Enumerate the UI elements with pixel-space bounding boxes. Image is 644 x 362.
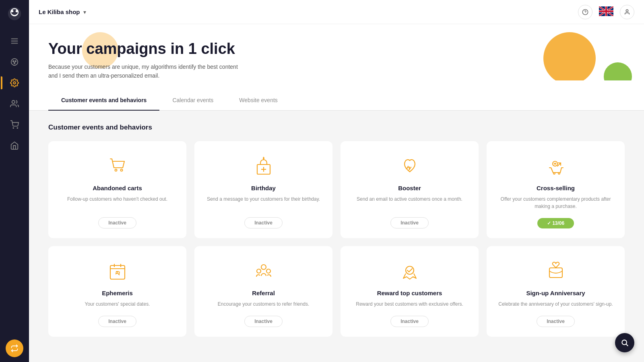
- birthday-title: Birthday: [251, 185, 276, 191]
- reward-top-customers-icon: [399, 259, 420, 283]
- cross-selling-desc: Offer your customers complementary produ…: [495, 195, 617, 210]
- card-birthday[interactable]: Birthday Send a message to your customer…: [194, 141, 332, 238]
- sidebar-bottom: [6, 339, 23, 357]
- referral-title: Referral: [252, 290, 275, 296]
- svg-point-24: [553, 173, 555, 174]
- help-button[interactable]: [578, 5, 592, 19]
- section-title: Customer events and behaviors: [48, 123, 625, 132]
- svg-point-18: [626, 10, 628, 12]
- card-booster[interactable]: Booster Send an email to active customer…: [341, 141, 479, 238]
- hero-subtitle: Because your customers are unique, my al…: [48, 62, 242, 80]
- svg-point-35: [266, 269, 270, 273]
- main-content: Le Kiliba shop ▾: [29, 0, 644, 362]
- booster-desc: Send an email to active customers once a…: [357, 195, 462, 209]
- card-reward-top-customers[interactable]: Reward top customers Reward your best cu…: [341, 246, 479, 337]
- signup-anniversary-icon: [545, 259, 566, 283]
- card-ephemeris[interactable]: Ephemeris Your customers' special dates.…: [48, 246, 186, 337]
- list-icon: [10, 37, 19, 45]
- svg-point-34: [257, 269, 261, 273]
- birthday-desc: Send a message to your customers for the…: [207, 195, 320, 209]
- hero-title-highlight: campaigns: [86, 40, 166, 58]
- cards-row-1: Abandoned carts Follow-up customers who …: [48, 141, 625, 238]
- navbar: Le Kiliba shop ▾: [29, 0, 644, 24]
- card-cross-selling[interactable]: Cross-selling Offer your customers compl…: [487, 141, 625, 238]
- svg-point-25: [558, 173, 560, 174]
- sidebar-item-palette[interactable]: [6, 53, 23, 71]
- sidebar-item-team[interactable]: [6, 95, 23, 113]
- svg-point-12: [12, 101, 15, 103]
- search-fab-button[interactable]: [615, 333, 634, 352]
- app-logo[interactable]: [6, 5, 23, 23]
- cards-row-2: Ephemeris Your customers' special dates.…: [48, 246, 625, 337]
- signup-anniversary-title: Sign-up Anniversary: [526, 290, 585, 296]
- svg-point-14: [17, 128, 18, 128]
- svg-point-33: [261, 265, 266, 269]
- cart-icon: [10, 120, 19, 129]
- hero-section: Your campaigns in 1 click Because your c…: [29, 24, 644, 80]
- svg-point-38: [622, 340, 627, 345]
- hero-title: Your campaigns in 1 click: [48, 40, 625, 58]
- shop-name: Le Kiliba shop: [39, 8, 80, 15]
- card-signup-anniversary[interactable]: Sign-up Anniversary Celebrate the annive…: [487, 246, 625, 337]
- abandoned-carts-desc: Follow-up customers who haven't checked …: [67, 195, 167, 209]
- svg-line-39: [626, 344, 628, 346]
- signup-anniversary-desc: Celebrate the anniversary of your custom…: [498, 300, 613, 308]
- booster-status[interactable]: Inactive: [390, 217, 429, 228]
- sidebar-item-list[interactable]: [6, 32, 23, 50]
- hero-title-end: in 1 click: [166, 40, 235, 57]
- tab-calendar-events[interactable]: Calendar events: [159, 90, 226, 111]
- cross-selling-icon: [545, 154, 566, 178]
- gear-icon: [10, 78, 19, 87]
- ephemeris-desc: Your customers' special dates.: [85, 300, 150, 308]
- card-referral[interactable]: Referral Encourage your customers to ref…: [194, 246, 332, 337]
- reward-top-customers-desc: Reward your best customers with exclusiv…: [356, 300, 463, 308]
- ephemeris-title: Ephemeris: [102, 290, 133, 296]
- cross-selling-title: Cross-selling: [537, 185, 575, 191]
- reward-top-customers-status[interactable]: Inactive: [390, 316, 429, 327]
- abandoned-carts-status[interactable]: Inactive: [98, 217, 136, 228]
- deco-green-circle: [604, 62, 632, 80]
- svg-point-2: [11, 10, 13, 12]
- tab-website-events[interactable]: Website events: [226, 90, 290, 111]
- palette-icon: [10, 58, 19, 66]
- content-area: Customer events and behaviors Abandoned …: [29, 111, 644, 362]
- svg-point-13: [13, 128, 14, 128]
- user-profile-button[interactable]: [620, 5, 634, 19]
- signup-anniversary-status[interactable]: Inactive: [537, 316, 575, 327]
- chat-button[interactable]: [6, 339, 23, 357]
- language-flag[interactable]: [599, 6, 613, 18]
- navbar-left: Le Kiliba shop ▾: [39, 8, 86, 15]
- sidebar: [0, 0, 29, 362]
- abandoned-carts-icon: [107, 154, 128, 178]
- abandoned-carts-title: Abandoned carts: [93, 185, 142, 191]
- svg-point-11: [13, 82, 16, 84]
- ephemeris-icon: [107, 259, 128, 283]
- hero-title-start: Your: [48, 40, 86, 57]
- tab-customer-events[interactable]: Customer events and behaviors: [48, 90, 159, 111]
- referral-status[interactable]: Inactive: [244, 316, 283, 327]
- shop-chevron[interactable]: ▾: [83, 9, 86, 15]
- booster-icon: [399, 154, 420, 178]
- sidebar-item-cart[interactable]: [6, 116, 23, 134]
- svg-point-0: [8, 7, 21, 20]
- svg-point-10: [14, 62, 15, 64]
- svg-point-7: [11, 59, 18, 66]
- svg-point-20: [120, 169, 122, 171]
- svg-point-3: [16, 10, 18, 12]
- svg-point-8: [13, 61, 14, 62]
- birthday-status[interactable]: Inactive: [244, 217, 283, 228]
- navbar-right: [578, 5, 634, 19]
- sidebar-item-settings[interactable]: [6, 74, 23, 92]
- team-icon: [10, 99, 19, 108]
- card-abandoned-carts[interactable]: Abandoned carts Follow-up customers who …: [48, 141, 186, 238]
- cross-selling-status[interactable]: ✓ 13/06: [537, 218, 574, 228]
- svg-point-9: [15, 61, 16, 62]
- svg-point-19: [115, 169, 117, 171]
- reward-top-customers-title: Reward top customers: [377, 290, 442, 296]
- ephemeris-status[interactable]: Inactive: [98, 316, 136, 327]
- referral-icon: [253, 259, 274, 283]
- birthday-icon: [253, 154, 274, 178]
- sidebar-item-store[interactable]: [6, 137, 23, 154]
- booster-title: Booster: [398, 185, 421, 191]
- tabs-nav: Customer events and behaviors Calendar e…: [29, 90, 644, 111]
